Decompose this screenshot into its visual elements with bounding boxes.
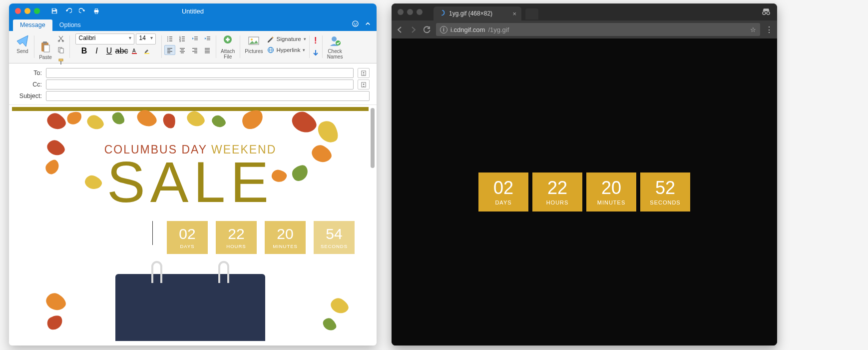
redo-icon[interactable] [79,8,86,14]
bookmark-star-icon[interactable]: ☆ [750,26,756,34]
ribbon-tabbar: Message Options [9,18,377,31]
svg-rect-15 [59,59,63,61]
gif-days-unit: DAYS [495,200,511,206]
gif-seconds-value: 52 [655,179,675,197]
numbering-button[interactable]: 123 [177,34,188,44]
site-info-icon[interactable]: i [440,26,447,34]
emoji-icon[interactable] [352,20,359,30]
print-icon[interactable] [93,8,100,14]
cc-addressbook-icon[interactable] [358,80,370,90]
tab-favicon-icon [438,10,445,18]
svg-rect-27 [182,36,185,38]
zoom-window-button[interactable] [34,8,40,14]
tab-options[interactable]: Options [52,20,88,31]
close-window-button[interactable] [398,9,404,15]
low-importance-icon[interactable] [312,49,319,59]
chrome-tabstrip[interactable]: 1yg.gif (468×82) × [392,4,777,20]
bold-button[interactable]: B [79,46,90,56]
svg-rect-49 [194,52,197,53]
align-left-button[interactable] [164,45,175,55]
body-scrollbar[interactable] [371,108,375,168]
to-field[interactable] [46,68,354,78]
svg-rect-31 [182,40,185,42]
countdown-seconds: 54 SECONDS [314,221,355,254]
align-right-button[interactable] [189,45,200,55]
high-importance-icon[interactable]: ! [314,36,317,46]
subject-field[interactable] [46,91,370,101]
attach-file-label: Attach File [221,48,235,60]
underline-button[interactable]: U [104,46,115,56]
increase-indent-button[interactable] [202,34,213,44]
back-button[interactable] [396,26,404,34]
svg-point-70 [767,12,770,14]
chrome-viewport[interactable]: 02 DAYS 22 HOURS 20 MINUTES 52 SECONDS [392,38,777,346]
outlook-window: Untitled Message Options Send Paste [9,4,377,346]
outlook-titlebar[interactable]: Untitled [9,4,377,18]
signature-button[interactable]: Signature▾ [267,36,306,42]
cut-icon[interactable] [55,34,66,44]
svg-point-24 [167,40,168,42]
svg-rect-19 [144,53,149,54]
paste-button[interactable]: Paste [37,40,54,61]
url-path: /1yg.gif [488,26,509,34]
font-name-select[interactable]: Calibri [75,34,134,44]
tab-title: 1yg.gif (468×82) [449,10,492,17]
svg-rect-43 [181,50,184,50]
email-countdown: 02 DAYS 22 HOURS 20 MINUTES 54 SECONDS [12,221,369,254]
to-addressbook-icon[interactable] [358,68,370,78]
countdown-hours: 22 HOURS [216,221,257,254]
undo-icon[interactable] [65,8,72,14]
svg-rect-37 [207,40,210,40]
close-window-button[interactable] [15,8,21,14]
hyperlink-button[interactable]: Hyperlink▾ [267,46,306,54]
forward-button[interactable] [409,26,418,34]
decrease-indent-button[interactable] [189,34,200,44]
send-button[interactable]: Send [14,34,31,55]
message-body[interactable]: COLUMBUS DAY WEEKEND SALE 02 DAYS 22 HOU… [9,105,377,341]
font-color-button[interactable]: A [129,46,140,56]
close-tab-icon[interactable]: × [512,10,516,18]
minimize-window-button[interactable] [407,9,413,15]
attach-file-button[interactable]: Attach File [219,34,237,60]
leaf-icon [45,313,65,332]
svg-rect-3 [95,9,97,10]
send-label: Send [16,48,28,54]
save-icon[interactable] [51,8,58,14]
svg-text:A: A [132,48,136,54]
justify-button[interactable] [202,45,213,55]
gif-countdown-days: 02 DAYS [478,172,528,212]
address-bar[interactable]: i i.cdngif.com/1yg.gif ☆ [436,23,760,36]
copy-icon[interactable] [55,45,66,55]
svg-rect-21 [169,36,172,38]
svg-point-7 [356,23,357,24]
highlight-button[interactable] [141,46,152,56]
gif-minutes-value: 20 [601,179,621,197]
align-center-button[interactable] [177,45,188,55]
chrome-menu-icon[interactable]: ⋮ [765,25,773,34]
collapse-ribbon-icon[interactable] [364,20,372,30]
svg-rect-33 [194,38,198,38]
quick-access-toolbar [51,8,100,14]
pictures-button[interactable]: Pictures [243,34,265,55]
italic-button[interactable]: I [91,46,102,56]
zoom-window-button[interactable] [417,9,423,15]
svg-rect-46 [192,48,197,48]
check-names-button[interactable]: Check Names [325,34,345,60]
svg-point-63 [336,40,341,46]
new-tab-button[interactable] [525,8,538,20]
email-top-bar [12,107,369,111]
window-traffic-lights [9,8,40,14]
format-painter-icon[interactable] [55,56,66,66]
svg-rect-47 [194,50,197,50]
browser-tab[interactable]: 1yg.gif (468×82) × [434,6,521,20]
minimize-window-button[interactable] [24,8,30,14]
svg-point-22 [167,38,168,40]
reload-button[interactable] [423,26,431,34]
gif-countdown-minutes: 20 MINUTES [586,172,636,212]
countdown-minutes: 20 MINUTES [265,221,306,254]
bullets-button[interactable] [164,34,175,44]
font-size-select[interactable]: 14 [136,34,156,44]
cc-field[interactable] [46,80,354,90]
tab-message[interactable]: Message [13,20,52,31]
strikethrough-button[interactable]: abc [116,46,127,56]
